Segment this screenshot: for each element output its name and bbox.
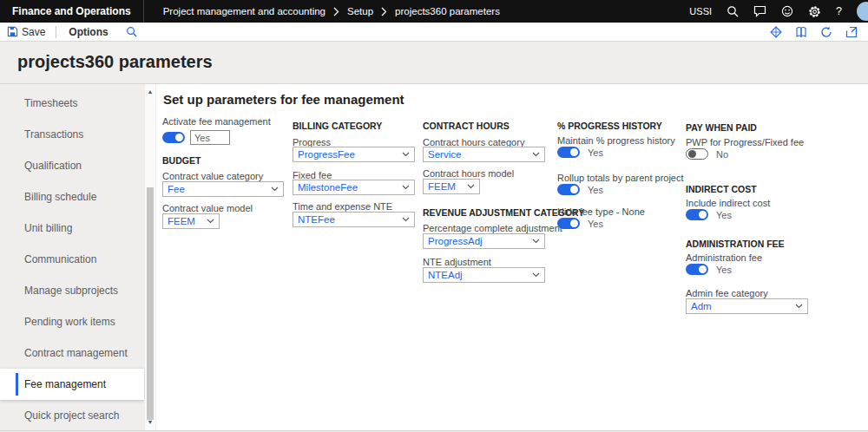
actionbar-divider [56,26,56,38]
tab-billing-schedule[interactable]: Billing schedule [0,181,144,213]
hide-fee-type-toggle[interactable] [557,218,580,229]
select-value: FEEM [428,181,456,192]
refresh-icon[interactable] [820,26,832,38]
maintain-progress-history-toggle[interactable] [557,147,580,158]
breadcrumb-setup[interactable]: Setup [347,6,373,16]
tab-transactions[interactable]: Transactions [0,119,144,150]
tab-label: Fee management [24,378,106,390]
chevron-down-icon [271,187,279,192]
tab-fee-management[interactable]: Fee management [0,369,144,400]
field-label: Time and expense NTE [293,201,392,212]
contract-hours-category-select[interactable]: Service [423,147,545,162]
field-label: Activate fee management [162,116,271,127]
message-icon[interactable] [753,5,766,17]
chevron-down-icon [402,217,410,222]
toggle-knob [570,219,578,227]
chevron-down-icon [532,239,540,244]
tab-manage-subprojects[interactable]: Manage subprojects [0,275,144,306]
book-icon[interactable] [795,26,807,38]
avatar[interactable] [857,2,868,21]
toggle-knob [699,265,707,273]
cube-icon[interactable] [770,26,782,38]
activate-fee-management-input[interactable] [190,130,230,145]
tab-unit-billing[interactable]: Unit billing [0,213,144,244]
field-label: Contract hours model [423,168,514,179]
fixed-fee-select[interactable]: MilestoneFee [293,180,415,195]
select-value: NTEAdj [428,270,463,280]
rollup-totals-toggle[interactable] [557,184,580,195]
select-value: NTEFee [298,214,335,225]
group-header-contract-hours: CONTRACT HOURS [423,121,510,131]
top-navigation-bar: Finance and Operations Project managemen… [0,0,868,23]
chevron-down-icon [207,219,214,224]
breadcrumb-module[interactable]: Project management and accounting [163,6,326,16]
search-icon[interactable] [727,5,739,17]
include-indirect-cost-toggle[interactable] [686,209,708,220]
section-heading: Set up parameters for fee management [163,92,404,107]
chevron-down-icon [402,185,410,190]
contract-hours-model-select[interactable]: FEEM [423,179,480,194]
page-title: projects360 parameters [17,52,213,72]
progress-select[interactable]: ProgressFee [293,147,415,162]
select-value: FEEM [168,216,195,226]
field-label: Include indirect cost [686,198,770,208]
options-button[interactable]: Options [60,26,116,38]
percentage-complete-adjustment-select[interactable]: ProgressAdj [423,233,545,249]
field-label: Contract value model [162,203,253,213]
activate-fee-management-toggle[interactable] [162,132,185,143]
scrollbar-thumb[interactable] [147,187,154,420]
help-icon[interactable]: ? [836,0,842,23]
group-header-billing-category: BILLING CATEGORY [293,121,382,131]
toggle-state: Yes [588,147,603,158]
include-indirect-cost-field: Yes [686,209,732,220]
open-in-new-window-icon[interactable] [845,26,858,38]
select-value: Fee [168,184,185,194]
save-button[interactable]: Save [0,23,52,42]
administration-fee-toggle[interactable] [686,264,708,275]
contract-value-model-select[interactable]: FEEM [162,213,220,229]
nav-scrollbar[interactable]: ▲ ▼ [145,84,155,430]
app-name[interactable]: Finance and Operations [0,0,143,23]
tab-qualification[interactable]: Qualification [0,150,144,181]
contract-value-category-select[interactable]: Fee [162,181,284,197]
settings-gear-icon[interactable] [808,5,821,18]
toggle-state: No [716,149,728,160]
scroll-up-icon[interactable]: ▲ [145,88,155,96]
toggle-state: Yes [716,265,732,275]
pwp-field: No [686,148,728,160]
vertical-tab-nav: Timesheets Transactions Qualification Bi… [0,84,144,430]
tab-contract-management[interactable]: Contract management [0,337,144,369]
actionbar-search-icon[interactable] [126,26,137,37]
action-bar: Save Options [0,23,868,42]
field-label: Rollup totals by parent project [557,173,684,183]
time-and-expense-nte-select[interactable]: NTEFee [293,212,415,227]
group-header-progress-history: % PROGRESS HISTORY [557,121,662,131]
chevron-down-icon [532,152,540,157]
title-strip: projects360 parameters [0,42,868,83]
activate-fee-management-field [162,130,230,145]
save-floppy-icon [7,26,18,37]
scroll-down-icon[interactable]: ▼ [145,418,155,427]
tab-pending-work-items[interactable]: Pending work items [0,306,144,337]
field-label: Hide fee type - None [557,206,645,217]
chevron-down-icon [795,304,803,309]
main-region: Timesheets Transactions Qualification Bi… [0,83,868,431]
admin-fee-category-select[interactable]: Adm [686,298,808,314]
company-selector[interactable]: USSI [689,6,712,16]
pwp-toggle[interactable] [686,148,708,160]
field-label: Administration fee [686,252,762,263]
selected-tab-indicator [16,373,18,396]
select-value: ProgressAdj [428,236,483,246]
toggle-state: Yes [716,210,732,220]
feedback-smiley-icon[interactable] [781,5,793,17]
fee-management-panel: Set up parameters for fee management Act… [156,84,868,430]
tab-quick-project-search[interactable]: Quick project search [0,400,144,431]
tab-timesheets[interactable]: Timesheets [0,88,144,119]
chevron-down-icon [467,184,475,189]
tab-communication[interactable]: Communication [0,244,144,275]
toggle-knob [175,134,183,141]
breadcrumb: Project management and accounting Setup … [163,6,500,16]
field-label: PWP for Progress/Fixed fee [686,137,804,147]
breadcrumb-page[interactable]: projects360 parameters [395,6,500,16]
nte-adjustment-select[interactable]: NTEAdj [423,267,545,283]
